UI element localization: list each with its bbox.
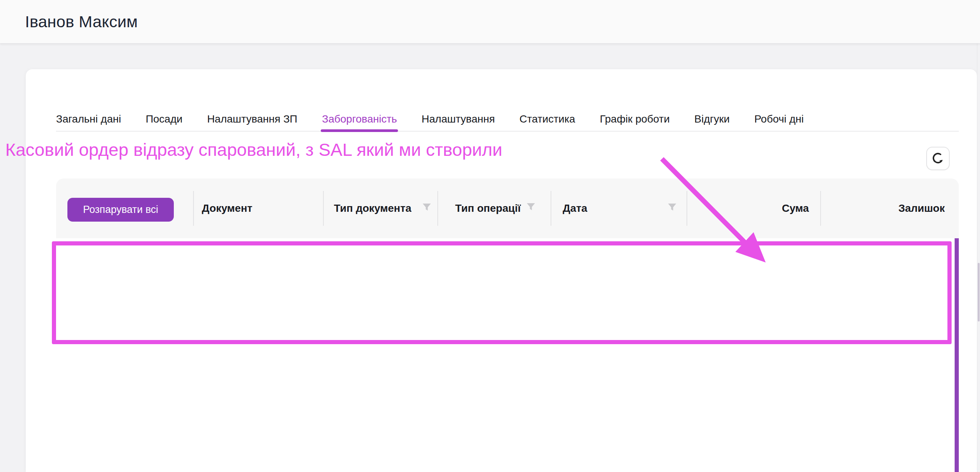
refresh-icon: [930, 150, 946, 168]
column-header-balance: Залишок: [820, 179, 945, 238]
tab-working-days[interactable]: Робочі дні: [754, 107, 804, 131]
unpair-all-button[interactable]: Розпарувати всі: [67, 198, 174, 222]
tab-statistics[interactable]: Статистика: [520, 107, 575, 131]
column-header-doc-type: Тип документа: [323, 179, 422, 238]
table-scrollbar-thumb[interactable]: [955, 238, 959, 472]
column-header-amount: Сума: [687, 179, 809, 238]
tab-reviews[interactable]: Відгуки: [694, 107, 730, 131]
tab-salary-settings[interactable]: Налаштування ЗП: [207, 107, 297, 131]
tabs-bar: Загальні даніПосадиНалаштування ЗПЗаборг…: [56, 107, 804, 131]
page-right-gutter: [977, 43, 980, 472]
column-divider: [550, 191, 551, 226]
top-bar: Іванов Максим: [0, 0, 980, 43]
table-header: Розпарувати всі Документ Тип документа Т…: [56, 179, 959, 238]
column-header-operation-type-label: Тип операції: [455, 202, 521, 214]
filter-icon[interactable]: [526, 202, 536, 215]
refresh-button[interactable]: [926, 147, 950, 170]
window-scrollbar-thumb[interactable]: [978, 263, 980, 322]
tab-work-schedule[interactable]: Графік роботи: [600, 107, 670, 131]
employee-profile-screen: Іванов Максим Загальні даніПосадиНалашту…: [0, 0, 980, 472]
filter-icon[interactable]: [667, 203, 677, 215]
column-header-date: Дата: [563, 179, 587, 238]
tab-positions[interactable]: Посади: [146, 107, 183, 131]
page-title: Іванов Максим: [25, 0, 138, 43]
tab-debt[interactable]: Заборгованість: [322, 107, 397, 131]
column-header-document: Документ: [202, 179, 253, 238]
column-divider: [438, 191, 438, 226]
tab-settings[interactable]: Налаштування: [422, 107, 495, 131]
annotation-note: Касовий ордер відразу спарований, з SAL …: [5, 139, 503, 160]
filter-icon[interactable]: [422, 203, 432, 215]
tab-general-data[interactable]: Загальні дані: [56, 107, 121, 131]
column-header-operation-type: Тип операції: [455, 179, 536, 238]
column-divider: [193, 191, 194, 226]
